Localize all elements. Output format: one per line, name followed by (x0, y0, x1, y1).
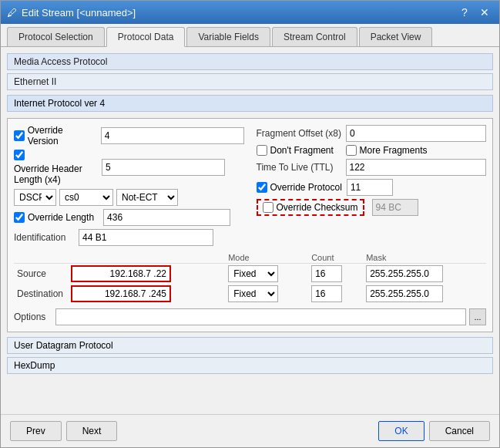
override-version-label[interactable]: Override Version (14, 125, 95, 147)
destination-count-input[interactable] (311, 285, 342, 302)
dont-fragment-label[interactable]: Don't Fragment (257, 145, 341, 156)
override-header-length-row: Override Header Length (x4) (14, 150, 244, 186)
ipv4-two-col: Override Version Override Header Length … (14, 125, 486, 252)
source-mask-cell (363, 263, 486, 284)
close-button[interactable]: ✕ (476, 5, 493, 20)
destination-ip-input[interactable] (71, 285, 171, 302)
not-ect-select[interactable]: Not-ECT (116, 189, 178, 206)
dont-fragment-checkbox[interactable] (257, 145, 267, 156)
override-version-row: Override Version (14, 125, 244, 147)
override-protocol-label[interactable]: Override Protocol (257, 182, 342, 193)
bottom-right-buttons: OK Cancel (378, 421, 490, 441)
bottom-bar: Prev Next OK Cancel (1, 414, 499, 447)
ipv4-left-col: Override Version Override Header Length … (14, 125, 244, 252)
tab-protocol-selection[interactable]: Protocol Selection (7, 27, 105, 46)
destination-mask-cell (363, 284, 486, 304)
ethernet-ii-header: Ethernet II (7, 73, 493, 90)
tab-stream-control[interactable]: Stream Control (272, 27, 357, 46)
cancel-button[interactable]: Cancel (429, 421, 490, 441)
fragment-offset-input[interactable] (346, 125, 486, 142)
identification-label: Identification (14, 232, 76, 243)
source-count-cell (308, 263, 363, 284)
title-bar-controls: ? ✕ (456, 5, 493, 20)
override-checksum-label: Override Checksum (277, 202, 358, 213)
options-browse-button[interactable]: ... (469, 308, 486, 325)
override-protocol-input[interactable] (347, 179, 393, 196)
media-access-protocol-header: Media Access Protocol (7, 53, 493, 70)
source-mode-cell: Fixed (225, 263, 308, 284)
ttl-row: Time To Live (TTL) (257, 159, 487, 176)
source-mask-input[interactable] (366, 265, 443, 282)
destination-ip-cell (68, 284, 225, 304)
window-title: Edit Stream [<unnamed>] (22, 7, 456, 19)
override-length-row: Override Length (14, 209, 244, 226)
window-icon: 🖊 (7, 7, 17, 19)
addr-col-ip (68, 252, 225, 264)
override-version-checkbox[interactable] (14, 130, 25, 141)
options-label: Options (14, 312, 52, 322)
source-label: Source (14, 263, 68, 284)
override-checksum-checkbox[interactable] (263, 202, 273, 213)
title-bar: 🖊 Edit Stream [<unnamed>] ? ✕ (1, 1, 499, 24)
override-length-checkbox[interactable] (14, 212, 25, 223)
dscp-row: DSCP cs0 Not-ECT (14, 189, 244, 206)
fragment-flags-row: Don't Fragment More Fragments (257, 145, 487, 156)
destination-label: Destination (14, 284, 68, 304)
identification-row: Identification (14, 229, 244, 246)
addr-col-label (14, 252, 68, 264)
content-area: Media Access Protocol Ethernet II Intern… (1, 47, 499, 414)
addr-col-mask: Mask (363, 252, 486, 264)
ok-button[interactable]: OK (378, 421, 424, 441)
options-input[interactable] (55, 308, 466, 325)
help-button[interactable]: ? (456, 5, 473, 20)
ttl-label: Time To Live (TTL) (257, 162, 341, 173)
next-button[interactable]: Next (66, 421, 118, 441)
destination-mode-select[interactable]: Fixed (228, 285, 278, 302)
destination-count-cell (308, 284, 363, 304)
override-version-input[interactable] (101, 127, 244, 144)
addr-col-count: Count (308, 252, 363, 264)
source-ip-input[interactable] (71, 265, 171, 282)
override-checksum-input[interactable] (372, 199, 418, 216)
ipv4-right-col: Fragment Offset (x8) Don't Fragment More… (257, 125, 487, 252)
override-protocol-row: Override Protocol (257, 179, 487, 196)
source-ip-cell (68, 263, 225, 284)
tab-bar: Protocol Selection Protocol Data Variabl… (1, 24, 499, 47)
source-count-input[interactable] (311, 265, 342, 282)
dscp-select[interactable]: DSCP (14, 189, 56, 206)
ipv4-section: Override Version Override Header Length … (7, 118, 493, 332)
override-header-length-label[interactable]: Override Header Length (x4) (14, 150, 99, 186)
destination-mask-input[interactable] (366, 285, 443, 302)
address-table: Mode Count Mask Source Fixed (14, 252, 486, 304)
fragment-offset-label: Fragment Offset (x8) (257, 128, 341, 139)
bottom-left-buttons: Prev Next (10, 421, 117, 441)
override-checksum-box: Override Checksum (257, 199, 364, 216)
tab-variable-fields[interactable]: Variable Fields (186, 27, 270, 46)
ttl-input[interactable] (346, 159, 487, 176)
cs0-select[interactable]: cs0 (59, 189, 113, 206)
override-checksum-row: Override Checksum (257, 199, 487, 216)
more-fragments-label[interactable]: More Fragments (346, 145, 428, 156)
identification-input[interactable] (79, 229, 213, 246)
options-row: Options ... (14, 308, 486, 325)
override-protocol-checkbox[interactable] (257, 182, 267, 193)
hexdump-header: HexDump (7, 357, 493, 374)
source-row: Source Fixed (14, 263, 486, 284)
more-fragments-checkbox[interactable] (346, 145, 357, 156)
prev-button[interactable]: Prev (10, 421, 62, 441)
override-header-length-input[interactable] (102, 159, 225, 176)
ipv4-header: Internet Protocol ver 4 (7, 95, 493, 112)
override-header-length-checkbox[interactable] (14, 150, 25, 160)
user-datagram-protocol-header: User Datagram Protocol (7, 337, 493, 354)
main-window: 🖊 Edit Stream [<unnamed>] ? ✕ Protocol S… (0, 0, 500, 448)
tab-protocol-data[interactable]: Protocol Data (106, 27, 186, 47)
addr-col-mode: Mode (225, 252, 308, 264)
override-length-input[interactable] (103, 209, 230, 226)
override-length-label[interactable]: Override Length (14, 212, 94, 223)
source-mode-select[interactable]: Fixed (228, 265, 278, 282)
tab-packet-view[interactable]: Packet View (359, 27, 433, 46)
destination-row: Destination Fixed (14, 284, 486, 304)
destination-mode-cell: Fixed (225, 284, 308, 304)
fragment-offset-row: Fragment Offset (x8) (257, 125, 487, 142)
